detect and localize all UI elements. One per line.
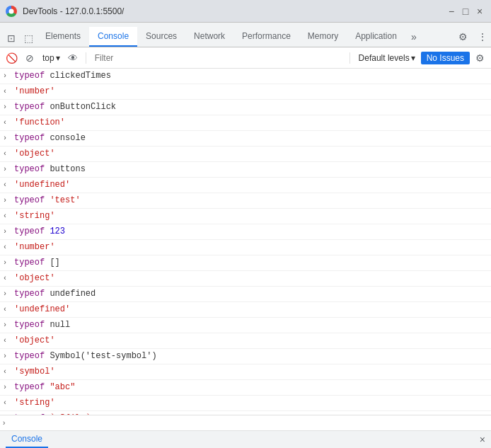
expand-arrow-icon[interactable]: ›: [3, 70, 11, 83]
default-levels-dropdown[interactable]: Default levels ▾: [354, 52, 420, 64]
console-input[interactable]: [14, 418, 488, 428]
keyword-token: typeof: [14, 195, 45, 205]
close-button[interactable]: ×: [474, 6, 485, 17]
keyword-token: typeof: [14, 289, 45, 299]
dropdown-arrow-icon: ▾: [56, 53, 60, 63]
string-value: 'string': [14, 211, 55, 221]
more-tabs-button[interactable]: »: [405, 27, 422, 47]
expand-arrow-icon[interactable]: ›: [3, 226, 11, 239]
line-content: typeof clickedTimes: [14, 69, 491, 82]
minimize-button[interactable]: −: [446, 6, 457, 17]
console-line: ‹'object': [0, 333, 491, 349]
normal-token: buttons: [45, 164, 86, 174]
return-arrow-icon[interactable]: ‹: [3, 397, 11, 410]
tab-memory[interactable]: Memory: [299, 27, 347, 47]
chrome-icon: [6, 6, 17, 17]
keyword-token: typeof: [14, 102, 45, 112]
console-line: ‹'symbol': [0, 364, 491, 380]
expand-arrow-icon[interactable]: ›: [3, 163, 11, 176]
string-value: 'number': [14, 86, 55, 96]
normal-token: Symbol('test-symbol'): [45, 351, 156, 361]
expand-arrow-icon[interactable]: ›: [3, 288, 11, 301]
bottom-console-tab[interactable]: Console: [6, 431, 48, 448]
title-bar: DevTools - 127.0.0.1:5500/ − □ ×: [0, 0, 491, 23]
inspect-button[interactable]: ⬚: [20, 30, 37, 47]
tab-application[interactable]: Application: [347, 27, 405, 47]
clear-console-button[interactable]: 🚫: [3, 50, 20, 67]
console-line: ›typeof Symbol('test-symbol'): [0, 349, 491, 364]
console-line: ›typeof "abc": [0, 380, 491, 396]
console-settings-button[interactable]: ⚙: [471, 50, 488, 67]
expand-arrow-icon[interactable]: ›: [3, 319, 11, 332]
levels-arrow-icon: ▾: [411, 53, 415, 63]
expand-arrow-icon[interactable]: ›: [3, 350, 11, 363]
line-content: 'object': [14, 272, 491, 285]
line-content: 'object': [14, 147, 491, 160]
tab-performance[interactable]: Performance: [233, 27, 299, 47]
console-line: ›typeof console: [0, 131, 491, 147]
string-value: 'object': [14, 149, 55, 159]
keyword-token: typeof: [14, 258, 45, 268]
string-value: 'symbol': [14, 367, 55, 377]
expand-arrow-icon[interactable]: ›: [3, 381, 11, 394]
settings-button[interactable]: ⚙: [454, 28, 471, 45]
line-content: 'undefined': [14, 178, 491, 191]
default-levels-label: Default levels: [359, 53, 410, 63]
line-content: 'symbol': [14, 365, 491, 378]
console-line: ‹'number': [0, 84, 491, 100]
line-content: 'number': [14, 85, 491, 98]
console-line: ›typeof []: [0, 255, 491, 271]
line-content: typeof []: [14, 256, 491, 269]
keyword-token: typeof: [14, 320, 45, 330]
expand-arrow-icon[interactable]: ›: [3, 132, 11, 145]
undock-button[interactable]: ⊡: [3, 30, 20, 47]
number-value: 123: [45, 226, 65, 236]
console-line: ›typeof undefined: [0, 287, 491, 302]
return-arrow-icon[interactable]: ‹: [3, 179, 11, 192]
return-arrow-icon[interactable]: ‹: [3, 148, 11, 161]
return-arrow-icon[interactable]: ‹: [3, 272, 11, 285]
normal-token: clickedTimes: [45, 71, 111, 81]
console-line: ›typeof null: [0, 318, 491, 333]
console-line: ›typeof 123: [0, 224, 491, 240]
string-value: 'object': [14, 273, 55, 283]
return-arrow-icon[interactable]: ‹: [3, 335, 11, 348]
string-value: 'test': [45, 195, 80, 205]
keyword-token: typeof: [14, 382, 45, 392]
return-arrow-icon[interactable]: ‹: [3, 241, 11, 254]
line-content: typeof undefined: [14, 287, 491, 300]
close-bottom-panel-button[interactable]: ×: [480, 434, 485, 445]
expand-arrow-icon[interactable]: ›: [3, 257, 11, 270]
filter-input[interactable]: [91, 50, 345, 66]
no-issues-button[interactable]: No Issues: [421, 52, 470, 64]
filter-button[interactable]: ⊘: [21, 50, 38, 67]
tab-network[interactable]: Network: [185, 27, 233, 47]
more-options-button[interactable]: ⋮: [474, 28, 491, 45]
maximize-button[interactable]: □: [460, 6, 471, 17]
line-content: 'number': [14, 241, 491, 253]
context-label: top: [42, 53, 54, 63]
return-arrow-icon[interactable]: ‹: [3, 210, 11, 223]
tab-console[interactable]: Console: [89, 27, 137, 47]
context-dropdown[interactable]: top ▾: [40, 52, 63, 64]
tab-elements[interactable]: Elements: [37, 27, 89, 47]
expand-arrow-icon[interactable]: ›: [3, 195, 11, 207]
expand-arrow-icon[interactable]: ›: [3, 101, 11, 114]
line-content: typeof console: [14, 132, 491, 144]
return-arrow-icon[interactable]: ‹: [3, 366, 11, 379]
console-line: ‹'object': [0, 271, 491, 287]
tab-right-controls: ⚙ ⋮: [454, 28, 491, 47]
console-line: ›typeof buttons: [0, 162, 491, 178]
console-toolbar: 🚫 ⊘ top ▾ 👁 Default levels ▾ No Issues ⚙: [0, 47, 491, 69]
line-content: typeof onButtonClick: [14, 100, 491, 113]
normal-token: undefined: [45, 289, 96, 299]
console-line: ‹'number': [0, 240, 491, 255]
normal-token: null: [45, 320, 70, 330]
eye-button[interactable]: 👁: [64, 50, 81, 67]
console-line: ‹'string': [0, 396, 491, 411]
console-line: ‹'undefined': [0, 302, 491, 318]
return-arrow-icon[interactable]: ‹: [3, 117, 11, 130]
return-arrow-icon[interactable]: ‹: [3, 304, 11, 316]
tab-sources[interactable]: Sources: [137, 27, 185, 47]
return-arrow-icon[interactable]: ‹: [3, 86, 11, 98]
